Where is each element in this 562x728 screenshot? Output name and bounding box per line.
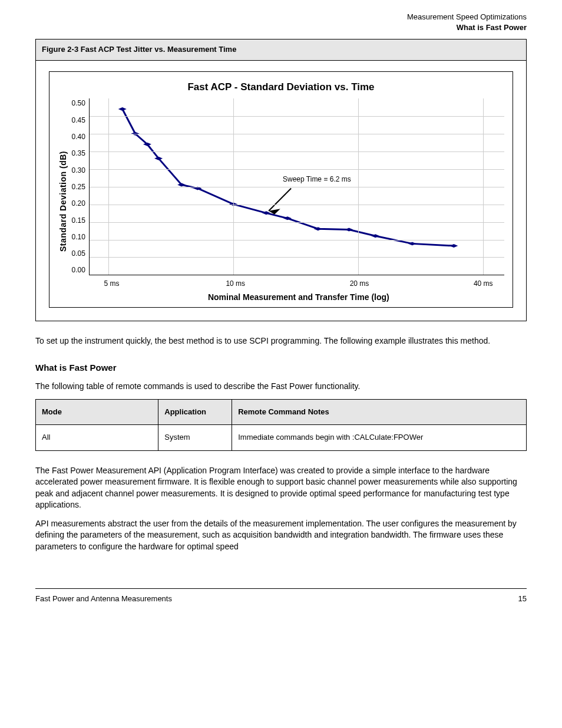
header-line2: What is Fast Power (35, 22, 527, 33)
chart-yticks: 0.500.450.400.350.300.250.200.150.100.05… (72, 98, 89, 275)
figure-caption: Figure 2-3 Fast ACP Test Jitter vs. Meas… (36, 39, 526, 60)
contents-para1: The Fast Power Measurement API (Applicat… (35, 465, 527, 511)
section-heading: What is Fast Power (35, 361, 527, 374)
chart-title: Fast ACP - Standard Deviation vs. Time (58, 80, 504, 94)
th-application: Application (158, 400, 232, 425)
td-notes: Immediate commands begin with :CALCulate… (232, 425, 527, 450)
body-para2: The following table of remote commands i… (35, 381, 527, 393)
td-mode: All (36, 425, 158, 450)
th-notes: Remote Command Notes (232, 400, 527, 425)
footer-left: Fast Power and Antenna Measurements (35, 594, 172, 604)
footer-rule (35, 588, 527, 589)
chart-ylabel: Standard Deviation (dB) (58, 151, 70, 252)
chart: Fast ACP - Standard Deviation vs. Time S… (49, 71, 513, 308)
td-application: System (158, 425, 232, 450)
figure-body: Fast ACP - Standard Deviation vs. Time S… (36, 61, 526, 321)
chart-annotation: Sweep Time = 6.2 ms (283, 174, 351, 185)
chart-xticks: 5 ms10 ms20 ms40 ms (93, 275, 504, 289)
body-para1: To set up the instrument quickly, the be… (35, 335, 527, 347)
chart-xlabel: Nominal Measurement and Transfer Time (l… (93, 289, 504, 304)
command-table: Mode Application Remote Command Notes Al… (35, 399, 527, 450)
page-header: Measurement Speed Optimizations What is … (35, 12, 527, 33)
th-mode: Mode (36, 400, 158, 425)
table-row: All System Immediate commands begin with… (36, 425, 527, 450)
page-footer: Fast Power and Antenna Measurements 15 (35, 594, 527, 604)
footer-right: 15 (518, 594, 527, 604)
contents-para2: API measurements abstract the user from … (35, 518, 527, 553)
chart-plot-area: Sweep Time = 6.2 ms (89, 98, 504, 275)
figure-container: Figure 2-3 Fast ACP Test Jitter vs. Meas… (35, 39, 527, 321)
header-line1: Measurement Speed Optimizations (35, 12, 527, 22)
